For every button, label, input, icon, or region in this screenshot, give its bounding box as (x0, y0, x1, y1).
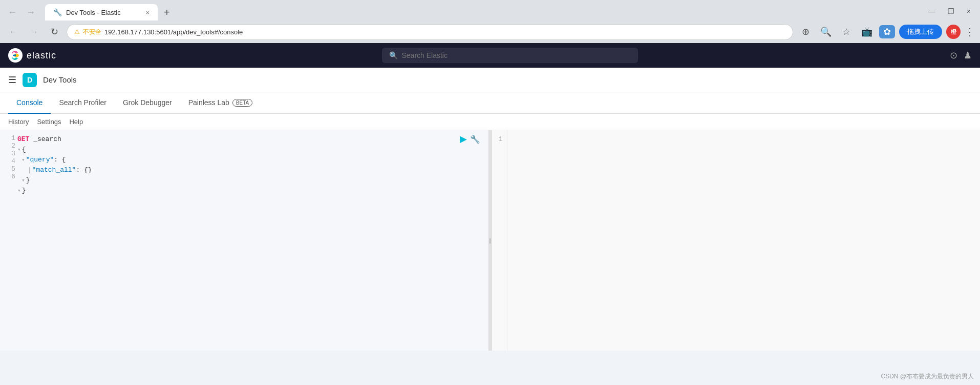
app-toolbar: ☰ D Dev Tools (0, 68, 980, 92)
code-editor[interactable]: GET _search ▾ { ▾ "query" : { │ "match (15, 130, 488, 351)
bookmark-button[interactable]: ☆ (838, 24, 855, 40)
search-icon: 🔍 (389, 51, 398, 59)
maximize-button[interactable]: ❐ (943, 6, 960, 16)
translate-button[interactable]: ⊕ (797, 24, 814, 40)
elastic-logo-text: elastic (27, 50, 56, 61)
tab-console[interactable]: Console (8, 92, 51, 114)
history-button[interactable]: History (8, 118, 29, 126)
tab-close-icon[interactable]: × (145, 9, 150, 16)
header-actions: ⊙ ♟ (950, 50, 972, 61)
watermark: CSDN @布布要成为最负责的男人 (881, 372, 974, 381)
tab-painless-lab[interactable]: Painless Lab BETA (180, 92, 261, 114)
fold-icon[interactable]: ▾ (22, 175, 25, 186)
tab-grok-debugger[interactable]: Grok Debugger (115, 92, 180, 114)
url-text: 192.168.177.130:5601/app/dev_tools#/cons… (104, 28, 785, 36)
upload-button[interactable]: 拖拽上传 (899, 25, 942, 39)
run-button[interactable]: ▶ (460, 133, 467, 145)
browser-menu-button[interactable]: ⋮ (965, 26, 975, 38)
elastic-logo-icon (8, 48, 23, 63)
fold-icon[interactable]: ▾ (17, 186, 21, 196)
beta-badge: BETA (232, 99, 252, 107)
tabs-bar: Console Search Profiler Grok Debugger Pa… (0, 92, 980, 114)
elastic-search-input[interactable] (402, 51, 631, 59)
elastic-header: elastic 🔍 ⊙ ♟ (0, 43, 980, 68)
browser-chrome: ← → 🔧 Dev Tools - Elastic × + — ❐ × ← → … (0, 0, 980, 43)
console-area: 1 2 3 4 5 6 GET _search ▾ { (0, 130, 980, 351)
search-bar-container: 🔍 (70, 48, 950, 63)
security-icon: ⚠ (74, 28, 80, 35)
tab-title: Dev Tools - Elastic (66, 9, 141, 16)
console-toolbar: History Settings Help (0, 114, 980, 130)
line-number: 2 (0, 142, 15, 150)
code-line-4: │ "match_all" : {} (17, 165, 484, 175)
code-line-1: GET _search (17, 134, 484, 145)
back-button[interactable]: ← (4, 4, 20, 21)
app-icon: D (23, 73, 37, 87)
search-browser-button[interactable]: 🔍 (818, 24, 834, 40)
tab-search-profiler[interactable]: Search Profiler (51, 92, 115, 114)
minimize-button[interactable]: — (923, 6, 941, 16)
reload-button[interactable]: ↻ (46, 24, 62, 40)
code-line-5: ▾ } (17, 175, 484, 186)
forward-nav-button[interactable]: → (26, 24, 42, 40)
url-bar[interactable]: ⚠ 不安全 192.168.177.130:5601/app/dev_tools… (67, 24, 793, 40)
settings-button[interactable]: Settings (37, 118, 61, 126)
line-number: 3 (0, 150, 15, 157)
editor-actions: ▶ 🔧 (460, 133, 480, 145)
line-number: 5 (0, 165, 15, 173)
line-number: 4 (0, 157, 15, 165)
fold-icon[interactable]: ▾ (22, 155, 25, 165)
method-get: GET (17, 134, 29, 145)
app-title: Dev Tools (43, 75, 77, 84)
response-pane: 1 (492, 130, 981, 351)
tab-favicon: 🔧 (53, 8, 62, 16)
response-line-number: 1 (492, 134, 507, 145)
new-tab-button[interactable]: + (160, 5, 174, 21)
line-number: 6 (0, 173, 15, 180)
back-nav-button[interactable]: ← (5, 24, 22, 40)
security-text: 不安全 (83, 28, 101, 36)
help-button[interactable]: Help (69, 118, 83, 126)
code-line-2: ▾ { (17, 145, 484, 155)
editor-pane: 1 2 3 4 5 6 GET _search ▾ { (0, 130, 489, 351)
response-line-numbers: 1 (492, 130, 507, 351)
hamburger-button[interactable]: ☰ (8, 74, 16, 86)
cast-button[interactable]: 📺 (859, 24, 875, 40)
browser-tab[interactable]: 🔧 Dev Tools - Elastic × (45, 4, 158, 21)
avatar: 橙 (946, 25, 961, 39)
share-icon[interactable]: ♟ (964, 50, 972, 61)
code-line-3: ▾ "query" : { (17, 155, 484, 165)
code-line-6: ▾ } (17, 186, 484, 196)
close-window-button[interactable]: × (962, 6, 976, 16)
line-number: 1 (0, 134, 15, 142)
forward-button[interactable]: → (23, 4, 39, 21)
elastic-logo[interactable]: elastic (8, 48, 70, 63)
elastic-app: elastic 🔍 ⊙ ♟ ☰ D Dev Tools Console Sear… (0, 43, 980, 351)
fold-icon[interactable]: ▾ (17, 145, 21, 155)
wrench-button[interactable]: 🔧 (470, 134, 480, 144)
response-content (507, 130, 981, 351)
user-settings-icon[interactable]: ⊙ (950, 50, 957, 61)
line-numbers: 1 2 3 4 5 6 (0, 130, 15, 351)
elastic-search-box[interactable]: 🔍 (382, 48, 638, 63)
